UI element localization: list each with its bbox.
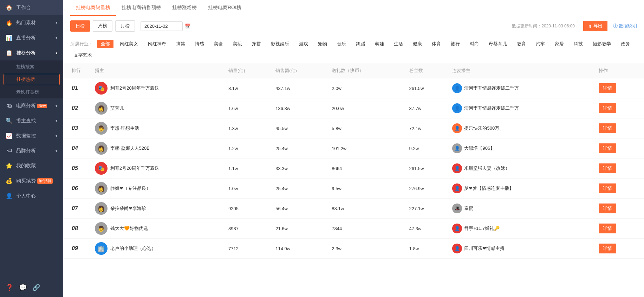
- sidebar-sub-item-old-streamer[interactable]: 老铁打赏榜: [0, 86, 63, 98]
- rank-number: 09: [72, 245, 78, 251]
- btn-monthly[interactable]: 月榜: [115, 20, 135, 32]
- industry-tag-internet-funny[interactable]: 网红神奇: [144, 40, 170, 48]
- fans-cell: 37.7w: [406, 98, 449, 118]
- sidebar-item-data-monitor[interactable]: 📈 数据监控 ▾: [0, 128, 63, 143]
- industry-tag-tech[interactable]: 科技: [570, 40, 586, 48]
- industry-tag-life[interactable]: 生活: [390, 40, 406, 48]
- detail-button[interactable]: 详情: [599, 83, 616, 93]
- link-icon[interactable]: 🔗: [32, 284, 40, 291]
- detail-button[interactable]: 详情: [599, 103, 616, 113]
- detail-button[interactable]: 详情: [599, 123, 616, 133]
- industry-tag-health[interactable]: 健康: [409, 40, 425, 48]
- avatar: 👩: [95, 102, 108, 115]
- sidebar-item-brand-analysis[interactable]: 🏷 品牌分析 ▾: [0, 143, 63, 158]
- tab-sales-amount-rank[interactable]: 挂榜电商销售额榜: [116, 0, 167, 16]
- industry-tag-pet[interactable]: 宠物: [314, 40, 331, 48]
- industry-tag-car[interactable]: 汽车: [532, 40, 548, 48]
- linked-name: 泰蜜: [464, 205, 473, 212]
- industry-tag-entertainment[interactable]: 影视娱乐: [267, 40, 293, 48]
- industry-tag-travel[interactable]: 旅行: [447, 40, 463, 48]
- detail-button[interactable]: 详情: [599, 143, 616, 153]
- broadcaster-cell: 🏢 老卢的小助理（心选）: [91, 239, 225, 259]
- calendar-icon[interactable]: 📅: [185, 24, 190, 29]
- industry-tag-parenting[interactable]: 母婴育儿: [485, 40, 510, 48]
- sales-amount-cell: 21.6w: [272, 219, 328, 239]
- sales-amount-cell: 25.4w: [272, 138, 328, 159]
- date-input[interactable]: [141, 21, 183, 31]
- help-icon[interactable]: ❓: [6, 284, 13, 291]
- sidebar-item-purchase[interactable]: 💰 购买续费 年付6折: [0, 173, 63, 188]
- sidebar-sub-item-trending-search[interactable]: 挂榜搜索: [0, 60, 63, 73]
- linked-avatar: 👤: [452, 123, 462, 133]
- sidebar-item-workbench[interactable]: 🏠 工作台: [0, 0, 63, 15]
- detail-button[interactable]: 详情: [599, 224, 616, 233]
- sidebar-sub-item-trending-hot[interactable]: 挂榜热榜: [4, 74, 60, 85]
- industry-tag-music[interactable]: 音乐: [333, 40, 350, 48]
- detail-button[interactable]: 详情: [599, 204, 616, 213]
- industry-tag-sport[interactable]: 体育: [428, 40, 444, 48]
- tab-label: 挂榜电商ROI榜: [208, 5, 241, 10]
- export-button[interactable]: ⬆ 导出: [583, 21, 607, 31]
- linked-cell: 👤 米脂坚强夫妻（改嫁）: [449, 159, 595, 179]
- industry-tag-mengwa[interactable]: 萌娃: [371, 40, 388, 48]
- detail-button[interactable]: 详情: [599, 244, 616, 253]
- btn-weekly[interactable]: 周榜: [93, 20, 112, 32]
- industry-tag-fashion2[interactable]: 时尚: [466, 40, 482, 48]
- avatar-icon: 👨: [98, 225, 105, 232]
- industry-tag-all[interactable]: 全部: [97, 40, 113, 48]
- toolbar: 日榜 周榜 月榜 📅 数据更新时间：2020-11-03 06:00 ⬆ 导出 …: [63, 16, 644, 36]
- industry-tag-cosmetics[interactable]: 美妆: [229, 40, 246, 48]
- sidebar-item-streamer-search[interactable]: 🔍 播主查找 ▾: [0, 113, 63, 128]
- industry-tag-fashion[interactable]: 穿搭: [248, 40, 265, 48]
- industry-tag-education[interactable]: 教育: [513, 40, 529, 48]
- table-row: 09 🏢 老卢的小助理（心选） 7712 114.9w 2.3w 1.8w 👤 …: [63, 239, 644, 259]
- tab-fans-rank[interactable]: 挂榜涨粉榜: [167, 0, 202, 16]
- industry-tag-game[interactable]: 游戏: [295, 40, 312, 48]
- sidebar-item-collection[interactable]: ⭐ 我的收藏: [0, 158, 63, 173]
- industry-tag-funny[interactable]: 搞笑: [173, 40, 189, 48]
- message-icon[interactable]: 💬: [19, 284, 27, 291]
- tab-label: 挂榜电商销售额榜: [122, 5, 161, 10]
- fans-cell: 9.2w: [406, 138, 449, 159]
- sidebar-item-personal[interactable]: 👤 个人中心: [0, 188, 63, 204]
- sales-cell: 8987: [225, 219, 272, 239]
- avatar-icon: 👨: [98, 125, 105, 132]
- industry-tag-dance[interactable]: 舞蹈: [352, 40, 369, 48]
- sales-cell: 1.6w: [225, 98, 272, 118]
- detail-button[interactable]: 详情: [599, 163, 616, 173]
- rank-cell: 01: [63, 78, 91, 98]
- industry-tag-photo[interactable]: 摄影教学: [589, 40, 614, 48]
- data-desc-button[interactable]: ⓘ 数据说明: [613, 23, 637, 29]
- avatar-icon: 👩: [98, 205, 105, 212]
- industry-tag-food[interactable]: 美食: [210, 40, 227, 48]
- tab-roi-rank[interactable]: 挂榜电商ROI榜: [202, 0, 247, 16]
- industry-tag-politics[interactable]: 政务: [617, 40, 633, 48]
- new-badge: New: [37, 104, 47, 108]
- avatar: 👨: [95, 122, 108, 135]
- industry-tag-home[interactable]: 家居: [551, 40, 567, 48]
- tab-sales-rank[interactable]: 挂榜电商销量榜: [70, 0, 116, 16]
- list-icon: 📋: [6, 50, 13, 56]
- avatar: 👩: [95, 142, 108, 155]
- sidebar-item-trending-analysis[interactable]: 📋 挂榜分析 ▴: [0, 45, 63, 60]
- industry-tag-art[interactable]: 文字艺术: [70, 51, 96, 59]
- gifts-cell: 20.0w: [328, 98, 405, 118]
- rank-cell: 07: [63, 199, 91, 219]
- sidebar-item-live-analysis[interactable]: 📊 直播分析 ▾: [0, 30, 63, 45]
- sub-item-label: 挂榜搜索: [16, 64, 34, 69]
- btn-daily[interactable]: 日榜: [70, 20, 90, 32]
- action-cell: 详情: [595, 118, 644, 138]
- chevron-down-icon: ▾: [56, 35, 58, 40]
- table-row: 03 👨 李想·理想生活 1.3w 45.5w 5.8w 72.1w 👤 捉只快…: [63, 118, 644, 138]
- sidebar-item-ecommerce[interactable]: 🛍 电商分析 New ▾: [0, 98, 63, 113]
- detail-button[interactable]: 详情: [599, 183, 616, 193]
- industry-tag-internet-beauty[interactable]: 网红美女: [116, 40, 142, 48]
- sidebar-item-hot-material[interactable]: 🔥 热门素材 ▾: [0, 15, 63, 30]
- rank-number: 06: [72, 185, 78, 191]
- sidebar-item-label: 个人中心: [16, 193, 36, 199]
- linked-name: 哲宇+11.7婚礼🔑: [464, 225, 500, 232]
- th-sales-amount: 销售额(估): [272, 63, 328, 78]
- industry-tag-emotion[interactable]: 情感: [191, 40, 208, 48]
- broadcaster-cell: 👩 李娜 盈娜夫人520B: [91, 138, 225, 159]
- action-cell: 详情: [595, 159, 644, 179]
